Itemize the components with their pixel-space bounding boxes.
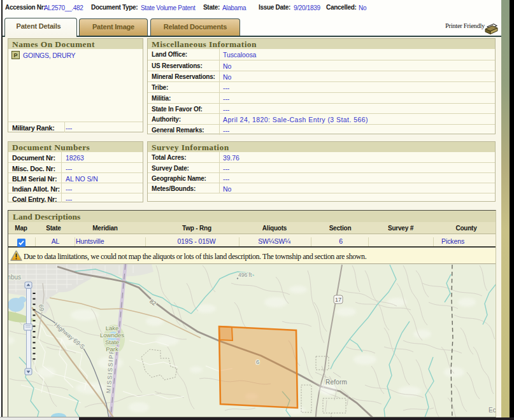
svg-text:Lowndes: Lowndes bbox=[100, 332, 124, 339]
svg-text:Reform: Reform bbox=[325, 379, 347, 386]
svg-text:69: 69 bbox=[38, 304, 46, 312]
svg-text:Ec: Ec bbox=[489, 407, 496, 414]
svg-text:496 ft: 496 ft bbox=[238, 271, 252, 277]
svg-text:Park: Park bbox=[106, 346, 118, 353]
svg-text:17: 17 bbox=[335, 297, 341, 303]
svg-text:Columbus: Columbus bbox=[8, 274, 21, 281]
svg-text:6: 6 bbox=[256, 358, 259, 365]
svg-text:Lake: Lake bbox=[106, 325, 119, 332]
svg-text:State: State bbox=[105, 339, 119, 346]
